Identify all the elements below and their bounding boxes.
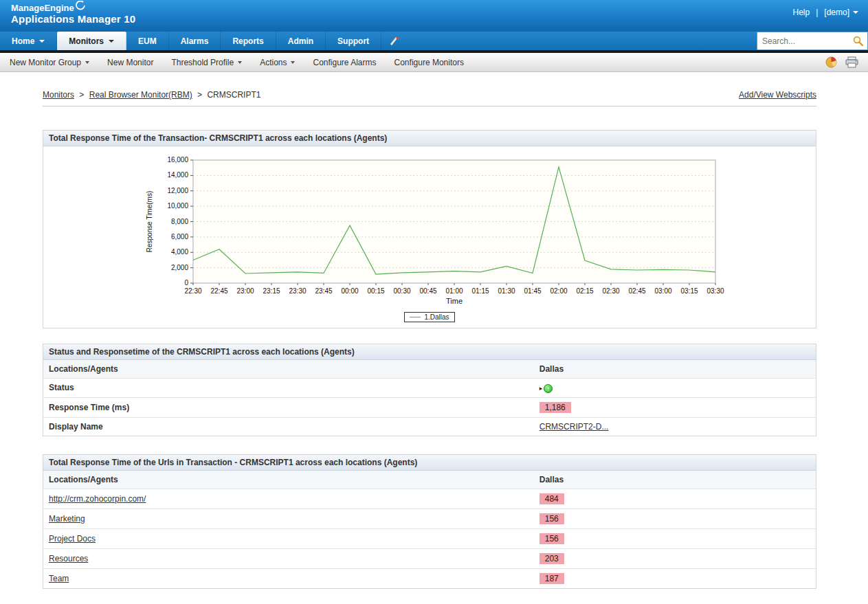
search-input[interactable] — [762, 36, 852, 46]
chevron-down-icon[interactable] — [39, 40, 45, 43]
new-monitor-group-menu[interactable]: New Monitor Group — [10, 58, 98, 67]
breadcrumb-monitors-link[interactable]: Monitors — [43, 90, 74, 100]
table-header-row: Locations/Agents Dallas — [43, 360, 816, 379]
table-row: http://crm.zohocorpin.com/ 484 — [43, 489, 816, 508]
configure-monitors-button[interactable]: Configure Monitors — [386, 58, 473, 67]
svg-text:6,000: 6,000 — [171, 233, 188, 241]
svg-text:01:30: 01:30 — [498, 287, 515, 295]
response-time-badge: 187 — [539, 573, 564, 584]
tab-reports[interactable]: Reports — [221, 32, 276, 50]
tab-monitors-label: Monitors — [69, 36, 104, 46]
table-row: Project Docs 156 — [43, 528, 816, 548]
svg-text:23:45: 23:45 — [315, 287, 332, 295]
svg-text:03:00: 03:00 — [654, 287, 671, 295]
chevron-down-icon — [853, 11, 858, 14]
actions-label: Actions — [260, 58, 287, 67]
chevron-down-icon — [238, 61, 242, 64]
search-box — [757, 32, 868, 50]
tab-eum-label: EUM — [138, 36, 157, 46]
threshold-profile-label: Threshold Profile — [171, 58, 234, 67]
search-icon[interactable] — [852, 35, 864, 47]
url-link[interactable]: Team — [49, 574, 69, 583]
breadcrumb-rule — [43, 106, 816, 107]
actions-menu[interactable]: Actions — [251, 58, 304, 67]
table-header-row: Locations/Agents Dallas — [43, 471, 816, 489]
status-table: Locations/Agents Dallas Status ▸ ↑ Respo… — [43, 360, 816, 436]
row-label: Response Time (ms) — [43, 397, 534, 417]
response-time-badge: 1,186 — [539, 402, 571, 413]
locations-agents-header: Locations/Agents — [43, 360, 534, 379]
response-time-badge: 156 — [539, 513, 564, 524]
tab-eum[interactable]: EUM — [126, 32, 169, 50]
printer-icon[interactable] — [845, 56, 858, 68]
tab-admin-label: Admin — [288, 36, 313, 46]
svg-text:Response Time(ms): Response Time(ms) — [146, 191, 153, 252]
table-row: Response Time (ms) 1,186 — [43, 397, 816, 417]
breadcrumb-rbm-link[interactable]: Real Browser Monitor(RBM) — [89, 90, 192, 100]
tab-monitors[interactable]: Monitors — [57, 32, 126, 50]
tab-reports-label: Reports — [232, 36, 263, 46]
table-row: Display Name CRMSCRIPT2-D... — [43, 417, 816, 436]
pie-chart-icon[interactable] — [825, 56, 837, 68]
breadcrumb: Monitors > Real Browser Monitor(RBM) > C… — [43, 90, 260, 100]
chart-panel-title: Total Response Time of the Transaction- … — [43, 131, 816, 146]
svg-text:00:00: 00:00 — [341, 287, 358, 295]
tab-support-label: Support — [337, 36, 369, 46]
response-time-badge: 156 — [539, 533, 564, 544]
svg-text:00:30: 00:30 — [393, 287, 410, 295]
main-nav: Home Monitors EUM Alarms Reports Admin S… — [0, 32, 868, 50]
svg-text:02:00: 02:00 — [550, 287, 567, 295]
svg-text:22:45: 22:45 — [210, 287, 227, 295]
tab-home-label: Home — [12, 36, 34, 46]
tab-support[interactable]: Support — [326, 32, 381, 50]
svg-text:03:30: 03:30 — [706, 287, 724, 295]
svg-text:00:15: 00:15 — [367, 287, 384, 295]
url-link[interactable]: Project Docs — [49, 534, 96, 544]
configure-monitors-label: Configure Monitors — [394, 58, 464, 67]
new-monitor-button[interactable]: New Monitor — [98, 58, 162, 67]
user-menu[interactable]: [demo] — [824, 8, 858, 17]
tab-home[interactable]: Home — [0, 32, 57, 50]
announcement-icon[interactable] — [381, 32, 408, 50]
display-name-link[interactable]: CRMSCRIPT2-D... — [539, 422, 609, 432]
row-value: 484 — [534, 489, 816, 508]
svg-text:0: 0 — [184, 279, 188, 287]
urls-table-title: Total Response Time of the Urls in Trans… — [43, 455, 816, 471]
breadcrumb-separator: > — [79, 90, 84, 100]
tab-alarms[interactable]: Alarms — [169, 32, 221, 50]
svg-text:10,000: 10,000 — [167, 202, 188, 210]
svg-text:03:15: 03:15 — [680, 287, 698, 295]
svg-text:01:00: 01:00 — [445, 287, 463, 295]
help-link[interactable]: Help — [793, 8, 810, 17]
chevron-down-icon — [291, 61, 295, 64]
svg-text:23:00: 23:00 — [236, 287, 254, 295]
tab-admin[interactable]: Admin — [276, 32, 326, 50]
chart-legend: 1.Dallas — [404, 312, 454, 322]
table-row: Team 187 — [43, 568, 816, 588]
svg-text:12,000: 12,000 — [167, 187, 188, 194]
svg-text:4,000: 4,000 — [171, 248, 188, 256]
row-label: Marketing — [43, 508, 534, 528]
threshold-profile-menu[interactable]: Threshold Profile — [162, 58, 251, 67]
chevron-down-icon[interactable] — [109, 40, 114, 43]
add-view-webscripts-link[interactable]: Add/View Webscripts — [739, 90, 816, 100]
row-label: Project Docs — [43, 528, 534, 548]
dallas-column-header: Dallas — [534, 471, 816, 489]
url-link[interactable]: Marketing — [49, 514, 85, 524]
svg-text:22:30: 22:30 — [184, 287, 201, 295]
svg-text:2,000: 2,000 — [171, 264, 188, 271]
response-time-badge: 203 — [539, 553, 564, 564]
row-label: Resources — [43, 548, 534, 568]
svg-text:00:45: 00:45 — [419, 287, 436, 295]
row-value: CRMSCRIPT2-D... — [534, 417, 816, 436]
logo-brand-text: ManageEngine — [11, 3, 74, 13]
svg-text:8,000: 8,000 — [171, 218, 188, 225]
row-value: 187 — [534, 568, 816, 588]
url-link[interactable]: Resources — [49, 554, 88, 563]
header-divider: | — [816, 8, 818, 17]
row-label: Team — [43, 568, 534, 588]
svg-text:16,000: 16,000 — [167, 156, 188, 164]
cursor-icon: ▸ — [539, 385, 543, 392]
url-link[interactable]: http://crm.zohocorpin.com/ — [49, 494, 146, 504]
configure-alarms-button[interactable]: Configure Alarms — [304, 58, 385, 67]
